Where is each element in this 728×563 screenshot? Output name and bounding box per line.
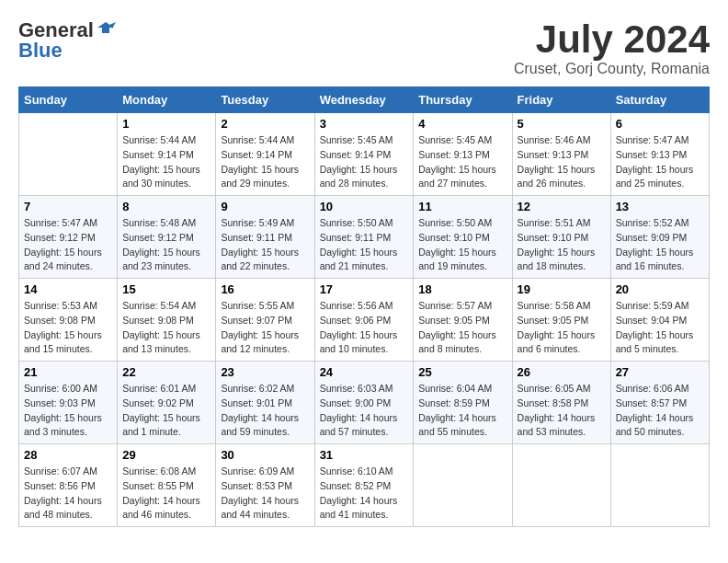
title-block: July 2024 Cruset, Gorj County, Romania	[514, 18, 710, 77]
calendar-cell: 25Sunrise: 6:04 AM Sunset: 8:59 PM Dayli…	[414, 362, 512, 444]
day-number: 25	[418, 365, 506, 379]
day-number: 20	[616, 282, 704, 296]
day-number: 21	[24, 365, 112, 379]
day-info: Sunrise: 5:52 AM Sunset: 9:09 PM Dayligh…	[616, 216, 704, 274]
day-number: 12	[518, 200, 606, 213]
week-row-5: 28Sunrise: 6:07 AM Sunset: 8:56 PM Dayli…	[19, 444, 710, 527]
day-number: 5	[518, 117, 606, 131]
weekday-header-row: SundayMondayTuesdayWednesdayThursdayFrid…	[19, 87, 710, 113]
day-number: 23	[221, 365, 309, 379]
calendar-table: SundayMondayTuesdayWednesdayThursdayFrid…	[18, 86, 710, 527]
day-info: Sunrise: 5:53 AM Sunset: 9:08 PM Dayligh…	[24, 299, 112, 357]
calendar-cell: 18Sunrise: 5:57 AM Sunset: 9:05 PM Dayli…	[414, 279, 512, 362]
day-number: 19	[518, 282, 606, 296]
day-info: Sunrise: 5:51 AM Sunset: 9:10 PM Dayligh…	[518, 216, 606, 274]
day-number: 26	[518, 365, 606, 379]
day-number: 31	[320, 448, 409, 462]
day-info: Sunrise: 5:47 AM Sunset: 9:13 PM Dayligh…	[616, 133, 704, 191]
calendar-cell: 20Sunrise: 5:59 AM Sunset: 9:04 PM Dayli…	[610, 279, 709, 362]
day-number: 29	[122, 448, 210, 462]
day-number: 11	[418, 200, 506, 213]
week-row-2: 7Sunrise: 5:47 AM Sunset: 9:12 PM Daylig…	[19, 196, 710, 279]
weekday-header-friday: Friday	[512, 87, 610, 113]
calendar-cell: 11Sunrise: 5:50 AM Sunset: 9:10 PM Dayli…	[414, 196, 512, 279]
day-number: 9	[221, 200, 309, 213]
day-number: 27	[616, 365, 704, 379]
day-number: 7	[24, 200, 112, 213]
calendar-cell	[512, 444, 610, 527]
day-info: Sunrise: 6:10 AM Sunset: 8:52 PM Dayligh…	[320, 465, 409, 523]
day-info: Sunrise: 5:44 AM Sunset: 9:14 PM Dayligh…	[221, 133, 309, 191]
calendar-cell: 19Sunrise: 5:58 AM Sunset: 9:05 PM Dayli…	[512, 279, 610, 362]
day-info: Sunrise: 5:50 AM Sunset: 9:11 PM Dayligh…	[320, 216, 409, 274]
day-number: 6	[616, 117, 704, 131]
day-info: Sunrise: 5:58 AM Sunset: 9:05 PM Dayligh…	[518, 299, 606, 357]
calendar-cell: 14Sunrise: 5:53 AM Sunset: 9:08 PM Dayli…	[19, 279, 118, 362]
day-info: Sunrise: 5:57 AM Sunset: 9:05 PM Dayligh…	[418, 299, 506, 357]
weekday-header-sunday: Sunday	[19, 87, 118, 113]
logo-blue-text: Blue	[18, 39, 63, 63]
week-row-4: 21Sunrise: 6:00 AM Sunset: 9:03 PM Dayli…	[19, 362, 710, 444]
calendar-cell: 22Sunrise: 6:01 AM Sunset: 9:02 PM Dayli…	[118, 362, 216, 444]
day-info: Sunrise: 6:04 AM Sunset: 8:59 PM Dayligh…	[418, 382, 506, 440]
weekday-header-wednesday: Wednesday	[314, 87, 414, 113]
calendar-cell	[610, 444, 709, 527]
day-number: 14	[24, 282, 112, 296]
calendar-cell: 7Sunrise: 5:47 AM Sunset: 9:12 PM Daylig…	[19, 196, 118, 279]
day-number: 13	[616, 200, 704, 213]
calendar-cell: 21Sunrise: 6:00 AM Sunset: 9:03 PM Dayli…	[19, 362, 118, 444]
day-info: Sunrise: 6:09 AM Sunset: 8:53 PM Dayligh…	[221, 465, 309, 523]
calendar-cell: 29Sunrise: 6:08 AM Sunset: 8:55 PM Dayli…	[118, 444, 216, 527]
calendar-cell: 26Sunrise: 6:05 AM Sunset: 8:58 PM Dayli…	[512, 362, 610, 444]
month-title: July 2024	[514, 18, 710, 61]
week-row-3: 14Sunrise: 5:53 AM Sunset: 9:08 PM Dayli…	[19, 279, 710, 362]
day-info: Sunrise: 5:59 AM Sunset: 9:04 PM Dayligh…	[616, 299, 704, 357]
day-info: Sunrise: 6:01 AM Sunset: 9:02 PM Dayligh…	[122, 382, 210, 440]
day-info: Sunrise: 5:50 AM Sunset: 9:10 PM Dayligh…	[418, 216, 506, 274]
calendar-cell: 3Sunrise: 5:45 AM Sunset: 9:14 PM Daylig…	[314, 113, 414, 196]
weekday-header-tuesday: Tuesday	[216, 87, 314, 113]
day-number: 28	[24, 448, 112, 462]
day-info: Sunrise: 6:03 AM Sunset: 9:00 PM Dayligh…	[320, 382, 409, 440]
day-number: 30	[221, 448, 309, 462]
calendar-cell: 1Sunrise: 5:44 AM Sunset: 9:14 PM Daylig…	[118, 113, 216, 196]
day-info: Sunrise: 6:07 AM Sunset: 8:56 PM Dayligh…	[24, 465, 112, 523]
calendar-cell: 15Sunrise: 5:54 AM Sunset: 9:08 PM Dayli…	[118, 279, 216, 362]
day-number: 4	[418, 117, 506, 131]
calendar-cell: 12Sunrise: 5:51 AM Sunset: 9:10 PM Dayli…	[512, 196, 610, 279]
day-info: Sunrise: 5:55 AM Sunset: 9:07 PM Dayligh…	[221, 299, 309, 357]
day-number: 17	[320, 282, 409, 296]
day-number: 10	[320, 200, 409, 213]
calendar-cell: 16Sunrise: 5:55 AM Sunset: 9:07 PM Dayli…	[216, 279, 314, 362]
calendar-cell: 13Sunrise: 5:52 AM Sunset: 9:09 PM Dayli…	[610, 196, 709, 279]
day-number: 18	[418, 282, 506, 296]
day-info: Sunrise: 6:06 AM Sunset: 8:57 PM Dayligh…	[616, 382, 704, 440]
day-info: Sunrise: 5:45 AM Sunset: 9:14 PM Dayligh…	[320, 133, 409, 191]
calendar-cell: 6Sunrise: 5:47 AM Sunset: 9:13 PM Daylig…	[610, 113, 709, 196]
weekday-header-thursday: Thursday	[414, 87, 512, 113]
location: Cruset, Gorj County, Romania	[514, 61, 710, 77]
day-number: 8	[122, 200, 210, 213]
calendar-cell: 2Sunrise: 5:44 AM Sunset: 9:14 PM Daylig…	[216, 113, 314, 196]
logo-bird-icon	[96, 20, 116, 40]
calendar-cell: 10Sunrise: 5:50 AM Sunset: 9:11 PM Dayli…	[314, 196, 414, 279]
calendar-cell: 8Sunrise: 5:48 AM Sunset: 9:12 PM Daylig…	[118, 196, 216, 279]
calendar-cell	[414, 444, 512, 527]
calendar-cell: 17Sunrise: 5:56 AM Sunset: 9:06 PM Dayli…	[314, 279, 414, 362]
day-number: 3	[320, 117, 409, 131]
calendar-cell: 9Sunrise: 5:49 AM Sunset: 9:11 PM Daylig…	[216, 196, 314, 279]
day-info: Sunrise: 5:45 AM Sunset: 9:13 PM Dayligh…	[418, 133, 506, 191]
day-info: Sunrise: 5:54 AM Sunset: 9:08 PM Dayligh…	[122, 299, 210, 357]
day-info: Sunrise: 5:49 AM Sunset: 9:11 PM Dayligh…	[221, 216, 309, 274]
calendar-cell: 23Sunrise: 6:02 AM Sunset: 9:01 PM Dayli…	[216, 362, 314, 444]
day-number: 24	[320, 365, 409, 379]
day-number: 1	[122, 117, 210, 131]
day-number: 15	[122, 282, 210, 296]
calendar-cell: 4Sunrise: 5:45 AM Sunset: 9:13 PM Daylig…	[414, 113, 512, 196]
page-header: General Blue July 2024 Cruset, Gorj Coun…	[18, 18, 710, 77]
calendar-cell: 28Sunrise: 6:07 AM Sunset: 8:56 PM Dayli…	[19, 444, 118, 527]
day-info: Sunrise: 5:46 AM Sunset: 9:13 PM Dayligh…	[518, 133, 606, 191]
day-info: Sunrise: 6:02 AM Sunset: 9:01 PM Dayligh…	[221, 382, 309, 440]
calendar-cell: 27Sunrise: 6:06 AM Sunset: 8:57 PM Dayli…	[610, 362, 709, 444]
day-info: Sunrise: 5:48 AM Sunset: 9:12 PM Dayligh…	[122, 216, 210, 274]
